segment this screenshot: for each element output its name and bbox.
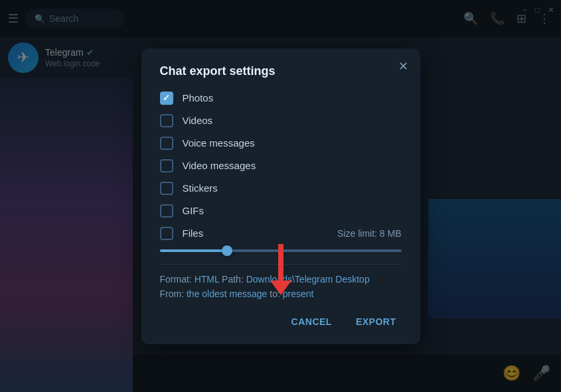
voice-checkbox[interactable]: [160, 137, 173, 150]
size-limit-label: Size limit: 8 MB: [337, 228, 401, 239]
photos-row: Photos: [160, 92, 402, 105]
videos-row: Videos: [160, 114, 402, 127]
from-value[interactable]: the oldest message: [187, 289, 267, 299]
dialog-footer: CANCEL EXPORT: [160, 312, 402, 331]
voice-row: Voice messages: [160, 137, 402, 150]
slider-track[interactable]: [160, 249, 402, 252]
modal-backdrop: Chat export settings ✕ Photos Videos Voi…: [0, 0, 561, 392]
cancel-button[interactable]: CANCEL: [286, 312, 337, 331]
to-value[interactable]: present: [283, 289, 314, 299]
path-label: Path:: [222, 274, 244, 285]
dialog-close-button[interactable]: ✕: [398, 59, 408, 74]
stickers-label: Stickers: [183, 182, 218, 194]
gifs-row: GIFs: [160, 204, 402, 218]
from-label: From:: [160, 289, 185, 299]
slider-thumb[interactable]: [222, 245, 232, 256]
stickers-row: Stickers: [160, 182, 402, 195]
video-messages-checkbox[interactable]: [160, 159, 173, 172]
date-range-row: From: the oldest message to: present: [160, 289, 402, 299]
voice-label: Voice messages: [183, 137, 255, 149]
to-label: to:: [270, 289, 280, 299]
stickers-checkbox[interactable]: [160, 182, 173, 195]
dialog-title: Chat export settings: [160, 64, 402, 78]
gifs-label: GIFs: [183, 205, 204, 216]
format-label: Format:: [160, 274, 192, 285]
format-value[interactable]: HTML: [195, 274, 220, 285]
photos-checkbox[interactable]: [160, 92, 173, 105]
size-slider-container: [160, 249, 402, 252]
chat-export-dialog: Chat export settings ✕ Photos Videos Voi…: [141, 48, 420, 344]
files-checkbox[interactable]: [160, 227, 173, 240]
gifs-checkbox[interactable]: [160, 204, 173, 218]
video-messages-label: Video messages: [183, 160, 256, 171]
files-row: Files Size limit: 8 MB: [160, 227, 402, 240]
videos-label: Videos: [183, 115, 213, 126]
files-label: Files: [183, 228, 204, 239]
photos-label: Photos: [183, 92, 214, 103]
videos-checkbox[interactable]: [160, 114, 173, 127]
divider: [160, 264, 402, 265]
export-button[interactable]: EXPORT: [351, 312, 402, 331]
slider-fill: [160, 249, 232, 252]
video-messages-row: Video messages: [160, 159, 402, 172]
format-row: Format: HTML Path: Downloads\Telegram De…: [160, 274, 402, 285]
path-value[interactable]: Downloads\Telegram Desktop: [246, 274, 370, 285]
